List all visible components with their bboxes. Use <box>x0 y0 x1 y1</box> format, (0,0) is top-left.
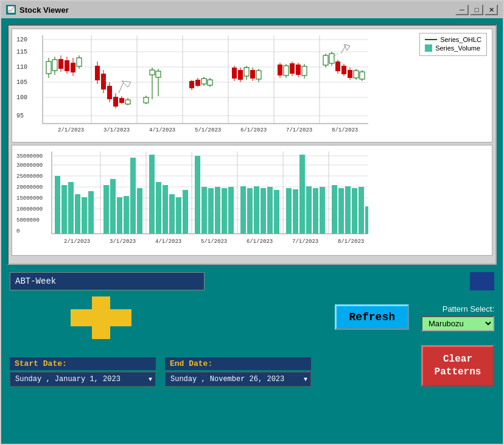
svg-rect-143 <box>163 185 168 234</box>
svg-rect-147 <box>195 156 200 234</box>
svg-text:5/1/2023: 5/1/2023 <box>201 239 227 245</box>
plus-horizontal <box>71 309 131 326</box>
svg-rect-88 <box>302 66 307 75</box>
svg-rect-80 <box>278 65 282 75</box>
svg-rect-148 <box>201 187 207 234</box>
plus-icon[interactable] <box>71 296 131 339</box>
minimize-button[interactable]: ─ <box>455 4 469 15</box>
svg-rect-43 <box>101 74 106 89</box>
restore-button[interactable]: □ <box>470 4 483 15</box>
end-date-group: End Date: Sunday , November 26, 2023 <box>165 357 311 387</box>
app-icon: 📈 <box>6 5 16 15</box>
end-date-wrapper: Sunday , November 26, 2023 <box>165 372 311 387</box>
blue-square-button[interactable] <box>470 272 494 290</box>
svg-text:8/1/2023: 8/1/2023 <box>338 239 364 245</box>
svg-rect-99 <box>341 66 346 74</box>
svg-rect-35 <box>65 60 69 71</box>
pattern-label: Pattern Select: <box>443 304 494 314</box>
svg-rect-129 <box>55 176 60 234</box>
middle-row: Refresh Pattern Select: Marubozu Doji Ha… <box>10 296 494 339</box>
svg-text:5000000: 5000000 <box>16 217 40 223</box>
svg-text:4/1/2023: 4/1/2023 <box>155 239 181 245</box>
start-date-group: Start Date: Sunday , January 1, 2023 <box>10 357 156 387</box>
svg-rect-103 <box>354 71 359 78</box>
svg-text:30000000: 30000000 <box>16 163 43 169</box>
svg-rect-92 <box>329 54 334 63</box>
volume-svg: 35000000 30000000 25000000 20000000 1500… <box>15 149 368 249</box>
svg-rect-146 <box>183 190 188 234</box>
svg-rect-134 <box>88 191 94 234</box>
svg-text:10000000: 10000000 <box>16 206 43 212</box>
svg-rect-164 <box>320 187 325 234</box>
svg-rect-170 <box>365 206 368 234</box>
svg-rect-169 <box>359 187 364 234</box>
window-body: Series_OHLC Series_Volume 120 115 <box>1 18 503 444</box>
svg-rect-131 <box>68 182 74 234</box>
title-bar: 📈 Stock Viewer ─ □ ✕ <box>1 1 503 18</box>
svg-text:100: 100 <box>16 94 27 101</box>
svg-rect-78 <box>256 71 261 79</box>
svg-rect-50 <box>113 97 118 107</box>
svg-rect-82 <box>284 66 289 75</box>
bottom-row: Start Date: Sunday , January 1, 2023 End… <box>10 345 494 387</box>
start-date-label: Start Date: <box>10 357 156 370</box>
svg-rect-144 <box>169 194 175 234</box>
svg-rect-142 <box>156 182 161 234</box>
svg-rect-155 <box>254 186 259 234</box>
window-title: Stock Viewer <box>19 5 452 15</box>
svg-rect-139 <box>130 158 136 234</box>
legend-volume: Series_Volume <box>425 44 481 52</box>
svg-rect-60 <box>156 71 161 77</box>
svg-text:2/1/2023: 2/1/2023 <box>58 127 84 133</box>
close-button[interactable]: ✕ <box>485 4 498 15</box>
pattern-select-dropdown[interactable]: Marubozu Doji Hammer Shooting Star Engul… <box>421 316 494 331</box>
svg-text:7/1/2023: 7/1/2023 <box>292 239 318 245</box>
svg-rect-162 <box>306 186 312 234</box>
svg-text:2/1/2023: 2/1/2023 <box>64 239 90 245</box>
svg-rect-37 <box>71 63 75 72</box>
svg-line-45 <box>119 82 124 93</box>
svg-rect-151 <box>222 188 227 234</box>
svg-rect-64 <box>195 80 200 86</box>
svg-rect-166 <box>338 188 344 234</box>
svg-rect-167 <box>345 186 351 234</box>
ohlc-chart: Series_OHLC Series_Volume 120 115 <box>12 29 492 142</box>
start-date-select[interactable]: Sunday , January 1, 2023 <box>10 372 156 387</box>
svg-rect-136 <box>110 179 116 234</box>
clear-patterns-button[interactable]: ClearPatterns <box>421 345 494 387</box>
svg-rect-145 <box>176 197 181 234</box>
end-date-select[interactable]: Sunday , November 26, 2023 <box>165 372 311 387</box>
svg-text:3/1/2023: 3/1/2023 <box>103 127 130 133</box>
svg-rect-58 <box>150 70 155 75</box>
chart-container: Series_OHLC Series_Volume 120 115 <box>12 29 492 261</box>
svg-rect-48 <box>107 86 112 99</box>
ticker-input[interactable] <box>10 272 205 290</box>
svg-rect-101 <box>348 70 352 78</box>
svg-text:6/1/2023: 6/1/2023 <box>247 239 273 245</box>
ohlc-svg: 120 115 110 105 100 95 <box>15 32 368 136</box>
svg-rect-41 <box>95 66 100 80</box>
svg-rect-130 <box>61 185 67 234</box>
svg-rect-141 <box>149 155 155 234</box>
right-controls: Refresh Pattern Select: Marubozu Doji Ha… <box>335 304 494 331</box>
svg-rect-76 <box>250 70 255 79</box>
svg-rect-72 <box>238 70 243 80</box>
svg-rect-39 <box>77 58 82 66</box>
svg-rect-29 <box>46 61 51 74</box>
svg-rect-31 <box>52 60 57 71</box>
legend-volume-label: Series_Volume <box>435 44 480 52</box>
svg-text:7/1/2023: 7/1/2023 <box>286 127 312 133</box>
chart-legend: Series_OHLC Series_Volume <box>419 33 487 56</box>
svg-rect-97 <box>335 61 340 71</box>
svg-rect-84 <box>290 63 295 74</box>
refresh-button[interactable]: Refresh <box>335 304 409 330</box>
svg-rect-156 <box>261 188 266 234</box>
legend-ohlc: Series_OHLC <box>425 36 481 43</box>
svg-rect-160 <box>293 189 298 234</box>
svg-rect-74 <box>244 68 249 76</box>
svg-text:5/1/2023: 5/1/2023 <box>195 127 221 133</box>
legend-volume-color <box>425 44 432 52</box>
svg-rect-86 <box>296 65 301 75</box>
svg-rect-70 <box>232 68 237 79</box>
svg-rect-163 <box>313 188 318 234</box>
